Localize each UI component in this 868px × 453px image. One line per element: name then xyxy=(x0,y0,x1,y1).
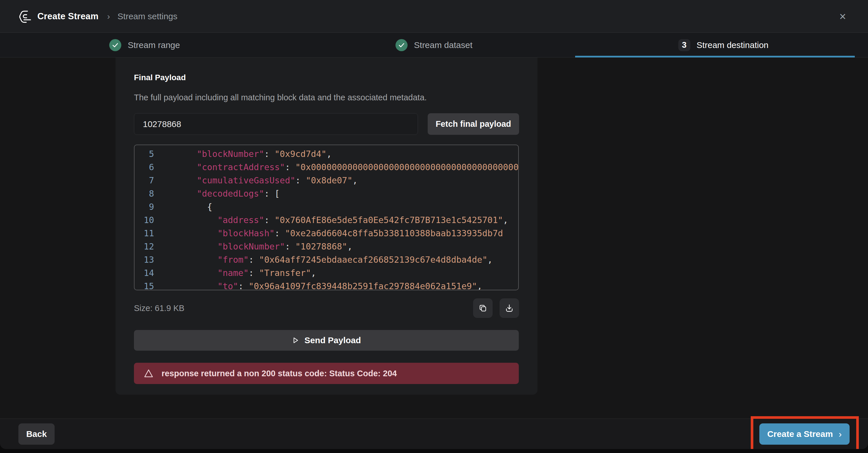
block-number-input[interactable] xyxy=(134,113,418,135)
final-payload-card: Final Payload The full payload including… xyxy=(116,58,537,395)
step-label: Stream dataset xyxy=(414,40,472,50)
panel-description: The full payload including all matching … xyxy=(134,93,519,102)
warning-triangle-icon xyxy=(144,368,153,378)
close-icon[interactable]: × xyxy=(836,9,849,23)
check-icon xyxy=(396,39,408,51)
copy-button[interactable] xyxy=(473,298,493,318)
breadcrumb: Stream settings xyxy=(118,11,177,21)
back-button[interactable]: Back xyxy=(19,423,55,445)
create-stream-button[interactable]: Create a Stream › xyxy=(760,423,849,445)
error-message: response returned a non 200 status code:… xyxy=(161,369,397,378)
download-button[interactable] xyxy=(499,298,519,318)
code-line: 11 "blockHash": "0xe2a6d6604c8ffa5b33811… xyxy=(142,227,518,240)
code-line: 8 "decodedLogs": [ xyxy=(142,187,518,200)
content-area: Final Payload The full payload including… xyxy=(0,58,868,419)
step-number-badge: 3 xyxy=(678,39,690,51)
send-payload-label: Send Payload xyxy=(304,335,361,345)
code-line: 6 "contractAddress": "0x0000000000000000… xyxy=(142,161,518,174)
breadcrumb-chevron-icon: › xyxy=(107,11,110,21)
code-line: 12 "blockNumber": "10278868", xyxy=(142,240,518,253)
create-stream-label: Create a Stream xyxy=(767,429,833,439)
payload-code-viewer[interactable]: 5 "blockNumber": "0x9cd7d4",6 "contractA… xyxy=(134,145,519,290)
step-stream-destination[interactable]: 3 Stream destination xyxy=(579,33,868,57)
create-stream-modal: Create Stream › Stream settings × Stream… xyxy=(0,0,868,449)
size-row: Size: 61.9 KB xyxy=(134,298,519,318)
fetch-final-payload-button[interactable]: Fetch final payload xyxy=(428,113,519,135)
code-line: 9 { xyxy=(142,200,518,214)
panel-heading: Final Payload xyxy=(134,73,519,82)
app-logo-icon xyxy=(19,10,32,23)
check-icon xyxy=(109,39,121,51)
copy-icon xyxy=(478,304,487,312)
step-stream-range[interactable]: Stream range xyxy=(0,33,289,57)
fetch-row: Fetch final payload xyxy=(134,113,519,135)
header: Create Stream › Stream settings × xyxy=(0,0,868,33)
code-line: 15 "to": "0x96a41097fc839448b2591fac2978… xyxy=(142,280,518,290)
download-icon xyxy=(505,304,514,312)
code-line: 10 "address": "0x760AfE86e5de5fa0Ee542fc… xyxy=(142,214,518,227)
code-lines: 5 "blockNumber": "0x9cd7d4",6 "contractA… xyxy=(142,147,518,290)
play-icon xyxy=(292,337,299,344)
step-indicator: Stream range Stream dataset 3 Stream des… xyxy=(0,33,868,58)
step-label: Stream range xyxy=(128,40,180,50)
footer: Back Create a Stream › xyxy=(0,419,868,449)
error-banner: response returned a non 200 status code:… xyxy=(134,363,519,384)
step-label: Stream destination xyxy=(697,40,769,50)
payload-size-label: Size: 61.9 KB xyxy=(134,304,185,313)
step-stream-dataset[interactable]: Stream dataset xyxy=(289,33,579,57)
page-title: Create Stream xyxy=(37,11,99,22)
code-line: 5 "blockNumber": "0x9cd7d4", xyxy=(142,147,518,161)
send-payload-button[interactable]: Send Payload xyxy=(134,330,519,351)
code-line: 13 "from": "0x64aff7245ebdaaecaf26685213… xyxy=(142,253,518,267)
code-line: 14 "name": "Transfer", xyxy=(142,267,518,280)
chevron-right-icon: › xyxy=(839,429,842,440)
code-line: 7 "cumulativeGasUsed": "0x8de07", xyxy=(142,174,518,187)
